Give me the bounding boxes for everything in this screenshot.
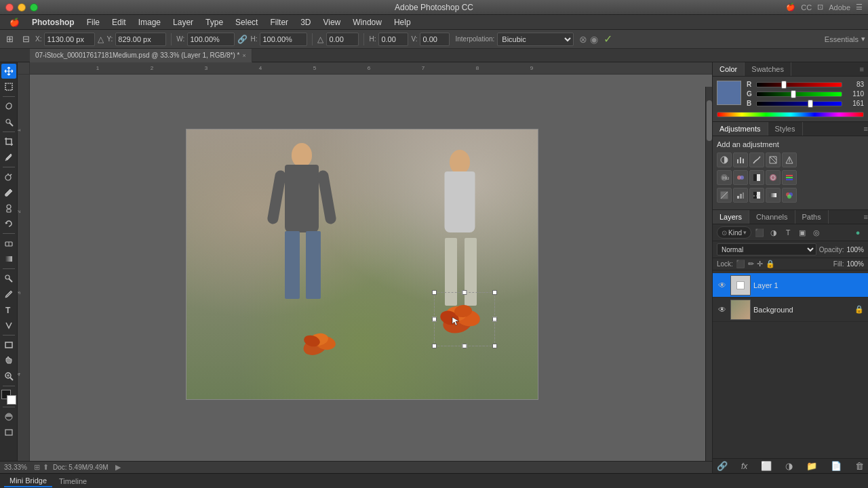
selection-handle-tr[interactable] xyxy=(492,290,497,295)
clone-stamp-tool[interactable] xyxy=(1,201,16,216)
lock-position-btn[interactable]: ✛ xyxy=(757,260,763,268)
essentials-dropdown[interactable]: ▾ xyxy=(861,35,865,43)
menu-layer[interactable]: Layer xyxy=(167,16,199,28)
rectangle-tool[interactable] xyxy=(1,338,16,352)
gradient-tool[interactable] xyxy=(1,251,16,266)
layer-link-icon[interactable]: 🔗 xyxy=(717,461,728,471)
mini-bridge-tab[interactable]: Mini Bridge xyxy=(4,475,52,487)
filter-pixel-icon[interactable]: ⬛ xyxy=(753,226,766,239)
brush-tool[interactable] xyxy=(1,185,16,200)
posterize-btn[interactable] xyxy=(733,188,748,203)
tab-color[interactable]: Color xyxy=(713,62,745,76)
filter-toggle-icon[interactable]: ● xyxy=(852,226,864,239)
dodge-tool[interactable] xyxy=(1,271,16,286)
layer-mask-icon[interactable]: ⬜ xyxy=(761,461,772,471)
rotate-input[interactable] xyxy=(326,33,359,46)
background-visibility[interactable]: 👁 xyxy=(717,304,728,315)
menu-filter[interactable]: Filter xyxy=(264,16,294,28)
filter-smart-icon[interactable]: ◎ xyxy=(810,226,823,239)
green-slider[interactable] xyxy=(756,92,842,97)
cancel-transform-icon[interactable]: ⊗ xyxy=(579,34,587,45)
healing-brush-tool[interactable] xyxy=(1,169,16,184)
layer-group-icon[interactable]: 📁 xyxy=(806,461,817,471)
transform-options-icon[interactable]: ⊟ xyxy=(19,33,33,46)
selective-color-btn[interactable] xyxy=(782,188,797,203)
menu-apple[interactable]: 🍎 xyxy=(4,16,25,28)
lock-all-btn[interactable]: 🔒 xyxy=(766,260,775,268)
vertical-scrollbar[interactable] xyxy=(705,87,712,466)
tab-swatches[interactable]: Swatches xyxy=(745,62,791,76)
zoom-tool[interactable] xyxy=(1,369,16,384)
menu-view[interactable]: View xyxy=(317,16,346,28)
selection-handle-bl[interactable] xyxy=(432,344,437,348)
adj-panel-menu-icon[interactable]: ≡ xyxy=(864,125,868,133)
eraser-tool[interactable] xyxy=(1,236,16,251)
status-play-icon[interactable]: ▶ xyxy=(115,463,121,472)
filter-shape-icon[interactable]: ▣ xyxy=(796,226,808,239)
quick-mask-tool[interactable] xyxy=(1,409,16,424)
move-tool[interactable] xyxy=(1,64,16,79)
rectangular-marquee-tool[interactable] xyxy=(1,79,16,94)
v-scroll-thumb[interactable] xyxy=(707,100,712,141)
commit-transform-icon[interactable]: ✓ xyxy=(604,33,612,45)
minimize-button[interactable] xyxy=(18,3,26,12)
red-thumb[interactable] xyxy=(781,81,787,89)
selection-handle-br[interactable] xyxy=(492,344,497,348)
layer1-visibility[interactable]: 👁 xyxy=(717,280,728,291)
transform-icon[interactable]: ⊞ xyxy=(3,33,16,46)
text-tool[interactable]: T xyxy=(1,302,16,317)
crop-tool[interactable] xyxy=(1,134,16,149)
filter-adjust-icon[interactable]: ◑ xyxy=(768,226,780,239)
lock-paint-btn[interactable]: ✏ xyxy=(748,260,754,268)
filter-dropdown-icon[interactable]: ▾ xyxy=(743,229,747,236)
blend-mode-select[interactable]: Normal Multiply Screen Overlay xyxy=(717,243,816,256)
lock-transparency-btn[interactable]: ⬛ xyxy=(736,260,745,268)
menu-select[interactable]: Select xyxy=(230,16,263,28)
channel-mixer-btn[interactable] xyxy=(782,170,797,185)
document-tab[interactable]: 07-iStock_000017617181Medium.psd @ 33.3%… xyxy=(30,49,252,62)
menu-3d[interactable]: 3D xyxy=(295,16,316,28)
black-white-btn[interactable] xyxy=(749,170,764,185)
lasso-tool[interactable] xyxy=(1,99,16,114)
curves-btn[interactable] xyxy=(749,152,764,167)
history-brush-tool[interactable] xyxy=(1,216,16,231)
layer-new-icon[interactable]: 📄 xyxy=(831,461,842,471)
green-thumb[interactable] xyxy=(791,90,796,98)
screen-mode-tool[interactable] xyxy=(1,425,16,440)
color-balance-btn[interactable] xyxy=(733,170,748,185)
layers-panel-menu-icon[interactable]: ≡ xyxy=(864,213,868,221)
blue-slider[interactable] xyxy=(756,101,842,106)
fill-value[interactable]: 100% xyxy=(846,260,864,268)
v-input[interactable] xyxy=(420,33,450,46)
y-input[interactable] xyxy=(115,33,166,46)
tab-layers[interactable]: Layers xyxy=(713,210,749,224)
threshold-btn[interactable] xyxy=(749,188,764,203)
photo-filter-btn[interactable] xyxy=(766,170,781,185)
x-input[interactable] xyxy=(44,33,95,46)
layers-filter-control[interactable]: ⊙ Kind ▾ xyxy=(717,226,751,239)
path-selection-tool[interactable] xyxy=(1,318,16,333)
status-icon-1[interactable]: ⊞ xyxy=(34,463,40,472)
red-slider[interactable] xyxy=(756,82,842,87)
photo-container[interactable] xyxy=(186,129,538,400)
layer-delete-icon[interactable]: 🗑 xyxy=(855,461,864,471)
color-spectrum-bar[interactable] xyxy=(717,112,864,117)
brightness-contrast-btn[interactable] xyxy=(717,152,732,167)
invert-btn[interactable] xyxy=(717,188,732,203)
pen-tool[interactable] xyxy=(1,287,16,302)
doc-tab-close[interactable]: × xyxy=(242,52,245,59)
h2-input[interactable] xyxy=(378,33,408,46)
eyedropper-tool[interactable] xyxy=(1,150,16,165)
menu-help[interactable]: Help xyxy=(389,16,416,28)
menu-photoshop[interactable]: Photoshop xyxy=(26,16,80,28)
color-preview[interactable] xyxy=(717,81,741,105)
menu-window[interactable]: Window xyxy=(347,16,387,28)
tab-adjustments[interactable]: Adjustments xyxy=(713,122,768,136)
link-icon[interactable]: 🔗 xyxy=(237,35,248,44)
tab-paths[interactable]: Paths xyxy=(795,210,829,224)
layer-adjustment-icon[interactable]: ◑ xyxy=(785,461,793,471)
selection-handle-mr[interactable] xyxy=(492,317,497,322)
color-boxes[interactable] xyxy=(1,390,16,405)
filter-type-icon[interactable]: T xyxy=(782,226,794,239)
color-panel-menu-icon[interactable]: ≡ xyxy=(856,62,868,76)
